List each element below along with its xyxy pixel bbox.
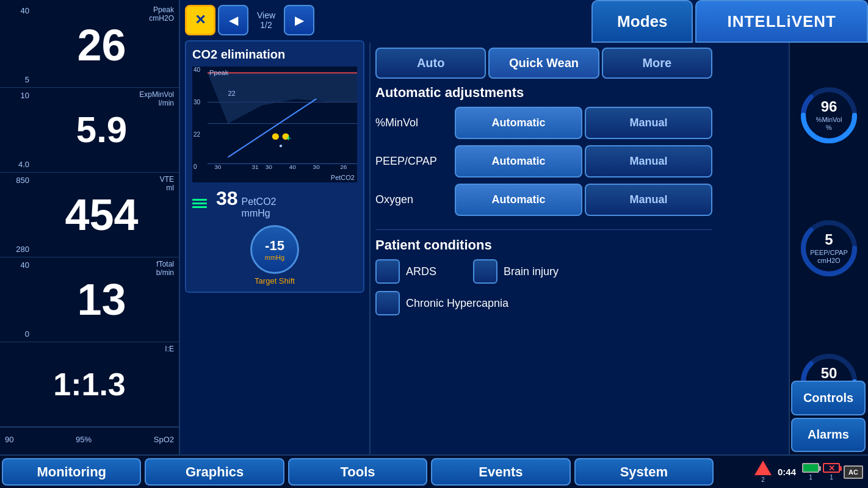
svg-text:●: ● (279, 142, 283, 149)
ppeak-label: Ppeak cmH2O (149, 5, 174, 23)
minvol-manual-button[interactable]: Manual (585, 107, 712, 139)
battery2-indicator: ✕ 1 (823, 463, 840, 481)
nav-prev-button[interactable]: ◀ (218, 5, 248, 35)
vitals-panel: 40 5 26 Ppeak cmH2O 10 4.0 5.9 ExpMinVol… (0, 0, 180, 454)
vte-label: VTE ml (160, 175, 174, 193)
minvol-gauge: 96 %MinVol % (798, 85, 859, 146)
condition-row-2: Chronic Hypercapnia (375, 291, 712, 315)
battery1-indicator: 1 (802, 463, 819, 481)
ac-indicator: AC (844, 465, 863, 479)
timer-display: 0:44 (778, 467, 796, 477)
spo2-low: 90 (5, 435, 13, 444)
close-button[interactable]: ✕ (185, 5, 215, 35)
spo2-row: 90 95% SpO2 (0, 427, 179, 451)
chart-y-axis: 40 30 22 0 (193, 66, 200, 170)
timer-value: 0:44 (778, 467, 796, 477)
ards-label: ARDS (406, 265, 436, 278)
peep-gauge: 5 PEEP/CPAP cmH2O (798, 218, 859, 279)
ftotal-row: 40 0 13 fTotal b/min (0, 257, 179, 342)
alarm-indicator: 2 (754, 461, 772, 483)
peep-row: PEEP/CPAP Automatic Manual (375, 145, 712, 178)
svg-text:40: 40 (289, 163, 297, 170)
status-bar: 2 0:44 1 ✕ 1 AC (715, 456, 868, 488)
brain-injury-label: Brain injury (504, 265, 559, 278)
ards-checkbox[interactable] (375, 259, 400, 284)
intellivent-label: INTELLiVENT (727, 12, 836, 31)
nav-next-button[interactable]: ▶ (284, 5, 314, 35)
svg-text:26: 26 (340, 163, 347, 170)
ppeak-value: 26 (32, 23, 171, 67)
ac-label: AC (848, 468, 858, 476)
minvol-gauge-inner: 96 %MinVol % (816, 99, 842, 132)
minvol-auto-button[interactable]: Automatic (455, 107, 582, 139)
alarms-button[interactable]: Alarms (791, 418, 866, 453)
brain-injury-checkbox[interactable] (473, 259, 497, 284)
svg-text:30: 30 (214, 163, 222, 170)
minvol-gauge-unit: % (816, 124, 842, 132)
monitoring-button[interactable]: Monitoring (2, 458, 141, 486)
controls-button[interactable]: Controls (791, 381, 866, 415)
events-button[interactable]: Events (431, 458, 570, 486)
peep-gauge-unit: cmH2O (810, 257, 848, 265)
brain-injury-condition[interactable]: Brain injury (473, 259, 559, 284)
tabs-row: Auto Quick Wean More (375, 48, 712, 79)
ftotal-scale-low: 0 (25, 330, 29, 338)
ppeak-row: 40 5 26 Ppeak cmH2O (0, 3, 179, 88)
peep-gauge-value: 5 (810, 232, 848, 249)
expminvol-scale-low: 4.0 (18, 160, 29, 168)
expminvol-value: 5.9 (32, 112, 171, 148)
svg-text:30: 30 (313, 163, 320, 170)
svg-point-8 (272, 133, 279, 140)
ie-row: 1:1.3 I:E (0, 342, 179, 427)
vte-row: 850 280 454 VTE ml (0, 173, 179, 257)
vte-scale: 850 280 (5, 174, 29, 256)
target-shift-circle[interactable]: -15 mmHg (250, 225, 299, 274)
expminvol-scale: 10 4.0 (5, 89, 29, 171)
oxygen-row: Oxygen Automatic Manual (375, 184, 712, 216)
graphics-button[interactable]: Graphics (145, 458, 284, 486)
target-shift-value: -15 (265, 238, 284, 254)
petco2-value: 38 (216, 187, 238, 210)
oxygen-manual-button[interactable]: Manual (585, 184, 712, 216)
petco2-bars (192, 199, 207, 208)
peep-auto-button[interactable]: Automatic (455, 145, 582, 178)
tools-button[interactable]: Tools (288, 458, 427, 486)
minvol-gauge-circle: 96 %MinVol % (798, 85, 859, 146)
ards-condition[interactable]: ARDS (375, 259, 436, 284)
minvol-label: %MinVol (375, 117, 455, 129)
bar-line-2 (192, 203, 207, 204)
peep-label: PEEP/CPAP (375, 155, 455, 168)
system-button[interactable]: System (574, 458, 714, 486)
ie-label: I:E (165, 345, 174, 353)
right-panel: Auto Quick Wean More Automatic adjustmen… (369, 43, 717, 454)
oxygen-auto-button[interactable]: Automatic (455, 184, 582, 216)
oxygen-label: Oxygen (375, 193, 455, 206)
minvol-row: %MinVol Automatic Manual (375, 107, 712, 139)
peep-gauge-label: PEEP/CPAP (810, 249, 848, 257)
modes-button[interactable]: Modes (591, 0, 693, 43)
view-controls: ✕ ◀ View 1/2 ▶ (180, 0, 369, 35)
vte-scale-low: 280 (16, 245, 29, 253)
bar-line-3 (192, 206, 207, 208)
target-shift-unit: mmHg (265, 254, 284, 261)
svg-text:22: 22 (228, 90, 235, 97)
ftotal-value: 13 (32, 278, 171, 321)
battery2-label: 1 (830, 474, 833, 481)
chronic-hypercapnia-condition[interactable]: Chronic Hypercapnia (375, 291, 508, 315)
svg-text:30: 30 (266, 163, 273, 170)
ppeak-scale-low: 5 (25, 76, 29, 84)
patient-conditions-section: Patient conditions ARDS Brain injury Chr… (375, 229, 712, 323)
chronic-hypercapnia-checkbox[interactable] (375, 291, 400, 315)
tab-quick-wean[interactable]: Quick Wean (488, 48, 599, 79)
peep-manual-button[interactable]: Manual (585, 145, 712, 178)
patient-conditions-title: Patient conditions (375, 237, 712, 253)
intellivent-title: INTELLiVENT (695, 0, 868, 43)
ftotal-label: fTotal b/min (156, 260, 174, 278)
ppeak-scale: 40 5 (5, 4, 29, 86)
co2-title: CO2 elimination (192, 48, 357, 62)
adjustments-title: Automatic adjustments (375, 85, 712, 101)
tab-auto[interactable]: Auto (375, 48, 486, 79)
tab-more[interactable]: More (602, 48, 712, 79)
spo2-label: SpO2 (154, 435, 174, 444)
view-label: View 1/2 (251, 10, 281, 30)
